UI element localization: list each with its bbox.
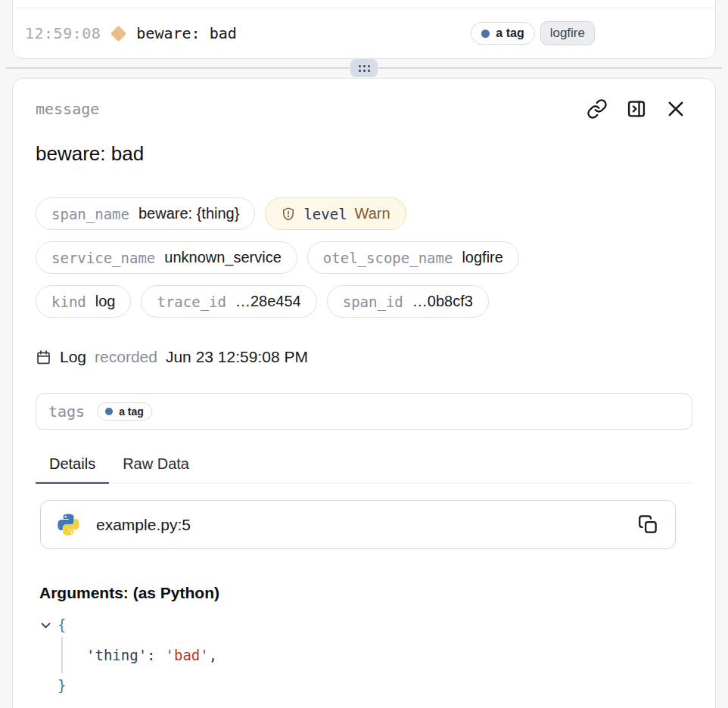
attribute-badges: span_name beware: {thing} level Warn ser… <box>36 197 692 318</box>
tags-field: tags a tag <box>36 393 692 430</box>
attribute-badge-kind[interactable]: kind log <box>36 285 131 318</box>
tag-badge-label: a tag <box>119 405 144 418</box>
arguments-heading: Arguments: (as Python) <box>39 584 692 602</box>
tab-details[interactable]: Details <box>36 452 109 484</box>
detail-panel: message beware: bad <box>12 78 716 708</box>
code-entry-value: 'bad' <box>166 647 209 663</box>
code-open-brace: { <box>58 616 66 633</box>
open-side-panel-icon[interactable] <box>626 98 647 120</box>
code-location-file: example.py:5 <box>96 516 191 534</box>
log-row[interactable]: 12:59:08 beware: bad a tag logfire <box>13 8 715 58</box>
recorded-verb: recorded <box>95 348 157 366</box>
tag-badge[interactable]: a tag <box>97 402 152 421</box>
code-entry-key: 'thing': <box>86 647 156 663</box>
attribute-badge-otel-scope-name[interactable]: otel_scope_name logfire <box>307 241 519 274</box>
tab-raw-data[interactable]: Raw Data <box>109 452 203 484</box>
recorded-kind: Log <box>60 348 86 366</box>
log-level-diamond-icon <box>110 25 126 41</box>
panel-header-label: message <box>36 100 99 118</box>
panel-splitter <box>6 59 722 77</box>
log-row-badges: a tag logfire <box>471 21 595 45</box>
link-icon[interactable] <box>586 98 608 120</box>
recorded-datetime: Jun 23 12:59:08 PM <box>166 348 308 366</box>
calendar-icon <box>36 349 51 365</box>
detail-tabs: Details Raw Data <box>36 452 692 483</box>
attribute-badge-span-name[interactable]: span_name beware: {thing} <box>36 197 255 230</box>
indent-guide <box>61 637 63 673</box>
close-icon[interactable] <box>665 98 686 120</box>
attribute-badge-span-id[interactable]: span_id …0b8cf3 <box>327 285 489 318</box>
tag-dot-icon <box>105 408 113 415</box>
log-row-message: beware: bad <box>136 24 236 42</box>
tag-badge-label: a tag <box>496 26 524 40</box>
code-entry-comma: , <box>209 647 217 663</box>
code-close-brace: } <box>58 677 66 694</box>
attribute-badge-service-name[interactable]: service_name unknown_service <box>36 241 297 274</box>
copy-icon[interactable] <box>638 514 658 535</box>
tag-dot-icon <box>481 30 490 38</box>
message-title: beware: bad <box>36 142 692 166</box>
python-logo-icon <box>58 514 79 536</box>
log-row-timestamp: 12:59:08 <box>25 24 101 42</box>
shield-alert-icon <box>281 206 296 222</box>
code-location-box[interactable]: example.py:5 <box>40 500 676 549</box>
code-entry-line: 'thing': 'bad' , <box>39 640 692 670</box>
level-badge[interactable]: level Warn <box>265 197 406 230</box>
arguments-code: { 'thing': 'bad' , } <box>39 610 692 700</box>
scope-badge[interactable]: logfire <box>540 21 595 45</box>
recorded-line: Log recorded Jun 23 12:59:08 PM <box>36 348 692 366</box>
panel-header: message <box>36 98 692 120</box>
log-list-card: 12:59:08 beware: bad a tag logfire <box>12 0 716 59</box>
attribute-badge-trace-id[interactable]: trace_id …28e454 <box>141 285 316 318</box>
drag-handle-icon[interactable] <box>350 59 378 77</box>
tag-badge[interactable]: a tag <box>471 22 534 45</box>
tags-label: tags <box>48 402 85 421</box>
chevron-down-icon[interactable] <box>39 619 52 632</box>
